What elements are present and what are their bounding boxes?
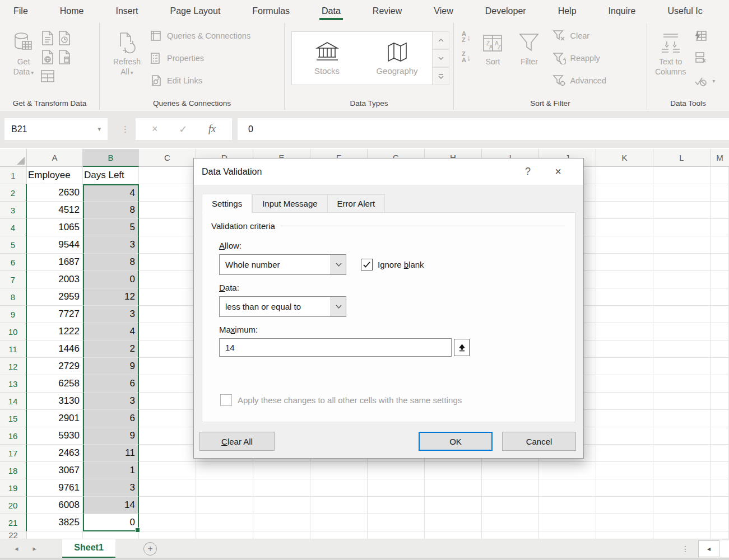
cell[interactable] [482, 514, 539, 531]
cell[interactable] [368, 462, 425, 479]
cell[interactable] [139, 479, 196, 497]
row-header-14[interactable]: 14 [0, 393, 27, 410]
cell-A10[interactable]: 1222 [27, 323, 83, 340]
cell[interactable] [139, 462, 196, 479]
tab-error-alert[interactable]: Error Alert [327, 194, 386, 212]
cell[interactable] [596, 219, 653, 236]
cell-B17[interactable]: 11 [83, 445, 139, 462]
clear-all-button[interactable]: Clear All [199, 432, 275, 451]
ok-button[interactable]: OK [419, 432, 493, 451]
cell-B1[interactable]: Days Left [83, 167, 139, 184]
ribbon-tab-inquire[interactable]: Inquire [609, 6, 636, 16]
cell[interactable] [596, 427, 653, 445]
text-to-columns-button[interactable]: Text to Columns [655, 30, 686, 77]
cell-B19[interactable]: 3 [83, 479, 139, 497]
cell[interactable] [539, 462, 596, 479]
ribbon-tab-formulas[interactable]: Formulas [252, 6, 290, 16]
cell[interactable] [596, 358, 653, 375]
cell-A2[interactable]: 2630 [27, 184, 83, 202]
cell[interactable] [596, 288, 653, 306]
remove-duplicates-button[interactable] [694, 50, 715, 67]
cell-A8[interactable]: 2959 [27, 288, 83, 306]
cell[interactable] [711, 236, 729, 254]
column-header-M[interactable]: M [711, 149, 729, 167]
scrollbar-gripper-icon[interactable]: ⋮ [681, 544, 689, 553]
cell-A22[interactable] [27, 531, 83, 539]
cell[interactable] [596, 340, 653, 358]
get-data-button[interactable]: Get Data▾ [12, 30, 35, 78]
cell[interactable] [139, 306, 196, 323]
cell[interactable] [653, 184, 711, 202]
cell[interactable] [539, 479, 596, 497]
cell-B16[interactable]: 9 [83, 427, 139, 445]
cell[interactable] [196, 479, 253, 497]
cell[interactable] [596, 236, 653, 254]
row-header-20[interactable]: 20 [0, 497, 27, 514]
gallery-down-button[interactable] [433, 49, 449, 67]
horizontal-scrollbar-track[interactable] [719, 540, 729, 557]
cell[interactable] [711, 497, 729, 514]
cell[interactable] [653, 462, 711, 479]
row-header-12[interactable]: 12 [0, 358, 27, 375]
cell[interactable] [653, 306, 711, 323]
cell[interactable] [653, 479, 711, 497]
cell[interactable] [711, 479, 729, 497]
cell-A7[interactable]: 2003 [27, 271, 83, 288]
ribbon-tab-data[interactable]: Data [322, 6, 341, 16]
cell[interactable] [596, 410, 653, 427]
cell-A3[interactable]: 4512 [27, 202, 83, 219]
cell[interactable] [711, 445, 729, 462]
cell[interactable] [596, 167, 653, 184]
cell-A5[interactable]: 9544 [27, 236, 83, 254]
cell[interactable] [310, 514, 368, 531]
row-header-17[interactable]: 17 [0, 445, 27, 462]
cell[interactable] [711, 340, 729, 358]
cell[interactable] [139, 254, 196, 271]
cell[interactable] [139, 202, 196, 219]
row-header-10[interactable]: 10 [0, 323, 27, 340]
tab-input-message[interactable]: Input Message [252, 194, 327, 212]
cell[interactable] [596, 202, 653, 219]
cell[interactable] [653, 445, 711, 462]
cell[interactable] [310, 462, 368, 479]
cell[interactable] [596, 306, 653, 323]
cell[interactable] [653, 167, 711, 184]
ribbon-tab-view[interactable]: View [434, 6, 453, 16]
select-all-corner[interactable] [0, 149, 27, 167]
cell-A21[interactable]: 3825 [27, 514, 83, 531]
cell[interactable] [653, 427, 711, 445]
cell[interactable] [139, 236, 196, 254]
cell[interactable] [653, 271, 711, 288]
cell-A20[interactable]: 6008 [27, 497, 83, 514]
cell[interactable] [139, 393, 196, 410]
column-header-K[interactable]: K [596, 149, 653, 167]
cell-B9[interactable]: 3 [83, 306, 139, 323]
cell[interactable] [139, 375, 196, 393]
row-header-3[interactable]: 3 [0, 202, 27, 219]
ignore-blank-checkbox[interactable] [361, 259, 373, 270]
cell-B3[interactable]: 8 [83, 202, 139, 219]
close-icon[interactable]: × [550, 165, 567, 178]
cell[interactable] [196, 531, 253, 539]
cell[interactable] [596, 514, 653, 531]
cell[interactable] [711, 271, 729, 288]
cell[interactable] [425, 497, 482, 514]
cell-A9[interactable]: 7727 [27, 306, 83, 323]
sheet-nav-right-icon[interactable]: ▸ [33, 544, 37, 553]
cell[interactable] [653, 323, 711, 340]
cell-B2[interactable]: 4 [83, 184, 139, 202]
collapse-dialog-button[interactable] [454, 339, 470, 356]
geography-button[interactable]: Geography [362, 32, 432, 85]
cell-A15[interactable]: 2901 [27, 410, 83, 427]
row-header-6[interactable]: 6 [0, 254, 27, 271]
data-validation-button[interactable]: ▾ [694, 72, 715, 89]
row-header-1[interactable]: 1 [0, 167, 27, 184]
cell[interactable] [596, 184, 653, 202]
cell[interactable] [596, 375, 653, 393]
cell[interactable] [482, 479, 539, 497]
cell-B22[interactable] [83, 531, 139, 539]
cell[interactable] [596, 479, 653, 497]
row-header-15[interactable]: 15 [0, 410, 27, 427]
cell[interactable] [139, 358, 196, 375]
cell[interactable] [711, 288, 729, 306]
